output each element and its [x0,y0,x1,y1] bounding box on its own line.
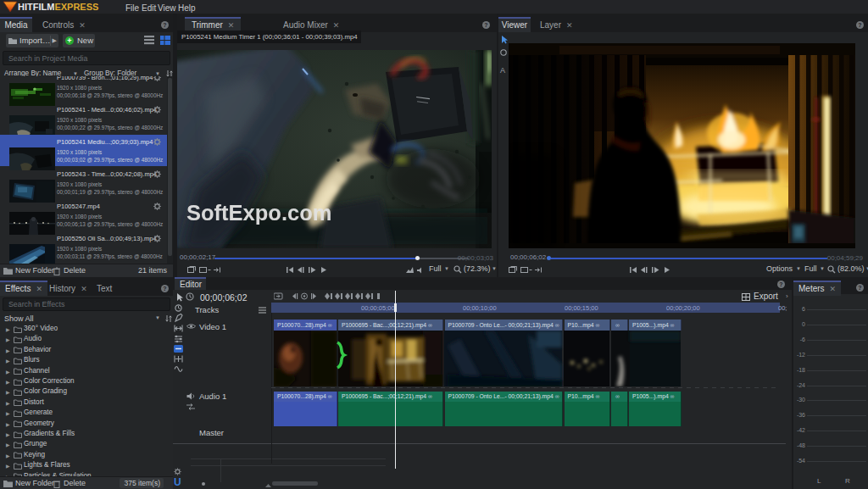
svg-text:SoftExpo.com: SoftExpo.com [186,201,331,225]
svg-text:U: U [174,476,181,488]
svg-text:A: A [500,66,505,75]
